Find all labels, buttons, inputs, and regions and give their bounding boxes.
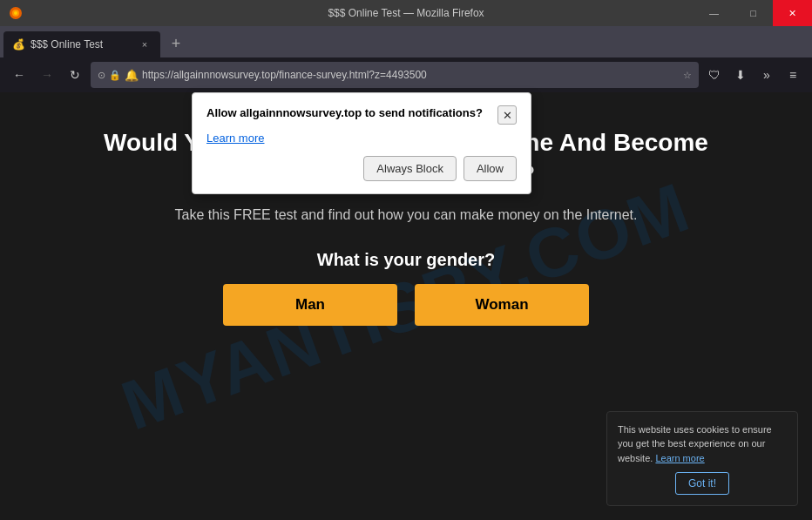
lock-icon: 🔒 [109,70,121,81]
active-tab[interactable]: 💰 $$$ Online Test × [3,31,160,57]
nav-tools: 🛡 ⬇ » ≡ [702,63,805,87]
tab-close-button[interactable]: × [138,37,152,51]
browser-window: $$$ Online Test — Mozilla Firefox — □ ✕ … [0,0,812,520]
refresh-button[interactable]: ↻ [63,63,87,87]
download-button[interactable]: ⬇ [728,63,753,87]
tab-bar: 💰 $$$ Online Test × + [0,26,812,57]
extensions-button[interactable]: » [754,63,779,87]
address-bar[interactable]: ⊙ 🔒 🔔 https://allgainnnowsurvey.top/fina… [91,62,699,88]
window-title: $$$ Online Test — Mozilla Firefox [328,7,484,19]
notification-popup: Allow allgainnnowsurvey.top to send noti… [192,92,531,194]
firefox-icon [9,6,23,20]
notification-icon: 🔔 [125,69,139,82]
window-controls: — □ ✕ [694,0,812,26]
cookie-notice: This website uses cookies to ensure you … [606,411,798,507]
shield-button[interactable]: 🛡 [702,63,727,87]
new-tab-button[interactable]: + [164,31,188,56]
popup-learn-more-link[interactable]: Learn more [206,132,264,145]
svg-point-2 [14,11,17,15]
tab-favicon: 💰 [12,38,25,51]
man-button[interactable]: Man [223,284,397,326]
popup-buttons: Always Block Allow [206,156,517,181]
maximize-button[interactable]: □ [734,0,773,26]
popup-header: Allow allgainnnowsurvey.top to send noti… [206,105,517,125]
nav-bar: ← → ↻ ⊙ 🔒 🔔 https://allgainnnowsurvey.to… [0,57,812,92]
popup-close-button[interactable]: ✕ [497,105,517,125]
popup-title: Allow allgainnnowsurvey.top to send noti… [206,105,491,121]
cookie-text: This website uses cookies to ensure you … [618,422,787,466]
cookie-learn-more-link[interactable]: Learn more [655,453,704,463]
woman-button[interactable]: Woman [415,284,589,326]
page-subheadline: Take this FREE test and find out how you… [175,205,638,226]
gender-question: What is your gender? [317,250,495,270]
close-button[interactable]: ✕ [773,0,812,26]
cookie-got-it-button[interactable]: Got it! [675,472,729,495]
minimize-button[interactable]: — [694,0,734,26]
back-button[interactable]: ← [7,63,31,87]
title-bar: $$$ Online Test — Mozilla Firefox — □ ✕ [0,0,812,26]
menu-button[interactable]: ≡ [781,63,805,87]
bookmark-icon[interactable]: ☆ [683,70,692,81]
gender-buttons: Man Woman [223,284,589,326]
forward-button: → [35,63,59,87]
url-text: https://allgainnnowsurvey.top/finance-su… [142,69,680,81]
allow-button[interactable]: Allow [464,156,517,181]
always-block-button[interactable]: Always Block [363,156,457,181]
tab-label: $$$ Online Test [30,38,103,51]
protocol-shield-icon: ⊙ [98,70,105,81]
